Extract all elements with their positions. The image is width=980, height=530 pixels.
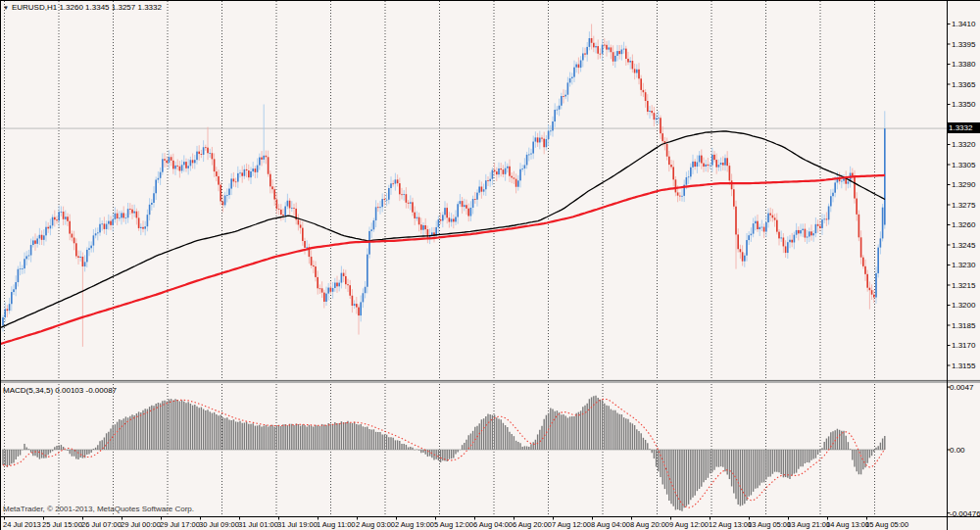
symbol-menu-icon[interactable]: ▼	[3, 5, 9, 11]
chart-title: ▼ EURUSD,H1 1.3260 1.3345 1.3257 1.3332	[3, 3, 162, 12]
chart-title-text: EURUSD,H1 1.3260 1.3345 1.3257 1.3332	[12, 3, 162, 12]
macd-pane[interactable]	[0, 383, 947, 516]
price-axis[interactable]	[947, 0, 980, 516]
time-axis[interactable]	[0, 516, 980, 530]
metatrader-chart-window: 1.34101.33951.33801.33651.33501.33351.33…	[0, 0, 980, 530]
